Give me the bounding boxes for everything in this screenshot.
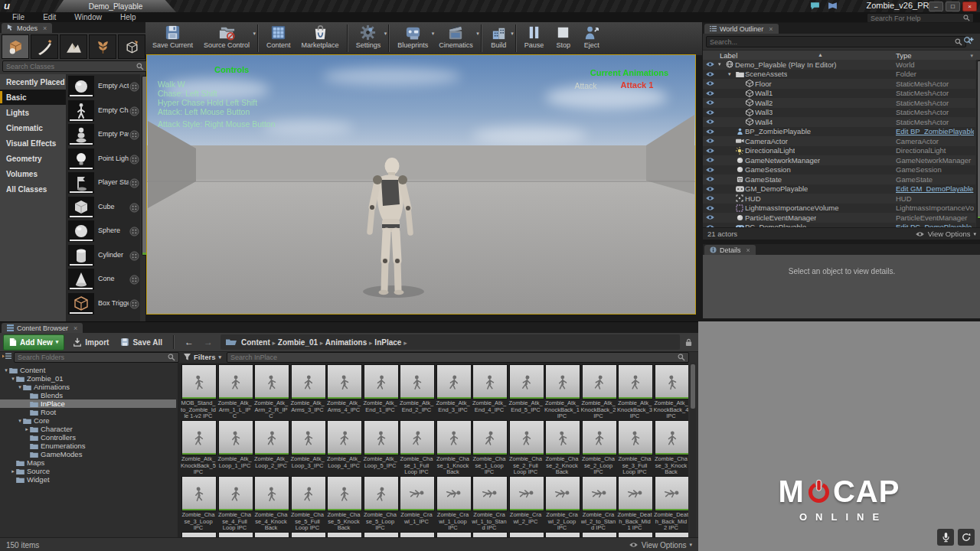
grab-handle-icon[interactable]	[129, 203, 139, 213]
grab-handle-icon[interactable]	[129, 299, 139, 309]
asset-thumbnail[interactable]	[400, 476, 435, 511]
toolbar-button-pause[interactable]: Pause	[519, 22, 550, 49]
grab-handle-icon[interactable]	[129, 106, 139, 116]
actor-label[interactable]: SceneAssets	[745, 70, 787, 78]
outliner-row-wall1[interactable]: Wall1StaticMeshActor	[703, 89, 975, 99]
asset-tile-zombie-atk-arm-2-r-ipc[interactable]: Zombie_Atk_Arm_2_R_IPC	[253, 364, 289, 420]
close-icon[interactable]: ×	[769, 25, 773, 33]
visibility-eye-icon[interactable]	[703, 138, 717, 144]
outliner-row-wall4[interactable]: Wall4StaticMeshActor	[703, 117, 975, 127]
asset-tile-zombie-atk-end-5-ipc[interactable]: Zombie_Atk_End_5_IPC	[508, 364, 544, 413]
asset-thumbnail[interactable]	[582, 364, 617, 399]
visibility-eye-icon[interactable]	[703, 61, 717, 67]
asset-thumbnail[interactable]	[545, 476, 580, 511]
modes-category-geometry[interactable]: Geometry	[0, 151, 66, 166]
placeable-thumbnail[interactable]	[68, 124, 94, 145]
folder-gamemodes[interactable]: GameModes	[0, 450, 176, 458]
asset-tile-zombie-atk-knockback-2-ipc[interactable]: Zombie_Atk_KnockBack_2 IPC	[581, 364, 616, 420]
asset-tile-zombie-chase-3-knockback[interactable]: Zombie_Chase_3_KnockBack	[654, 420, 689, 476]
visibility-eye-icon[interactable]	[703, 214, 717, 220]
toolbar-button-source-control[interactable]: ▾Source Control	[198, 22, 255, 49]
asset-thumbnail[interactable]	[218, 476, 253, 511]
back-button[interactable]: ←	[182, 337, 196, 347]
breadcrumb-animations[interactable]: Animations	[325, 338, 367, 347]
level-viewport[interactable]: Controls Walk WChase: Left ShiftHyper Ch…	[147, 55, 695, 314]
asset-tile-zombie-atk-arms-3-ipc[interactable]: Zombie_Atk_Arms_3_IPC	[290, 364, 325, 413]
asset-tile-zombie-atk-arm-1-l-ipc[interactable]: Zombie_Atk_Arm_1_L_IPC	[217, 364, 253, 420]
expander-icon[interactable]: ▸	[10, 468, 16, 474]
folder-blends[interactable]: Blends	[0, 391, 176, 399]
asset-thumbnail[interactable]	[291, 476, 326, 511]
breadcrumb-inplace[interactable]: InPlace	[374, 338, 401, 347]
asset-tile-zombie-atk-arms-4-ipc[interactable]: Zombie_Atk_Arms_4_IPC	[326, 364, 361, 413]
folder-search-input[interactable]	[18, 354, 165, 361]
menu-edit[interactable]: Edit	[43, 13, 56, 21]
modes-scrollbar[interactable]	[140, 74, 145, 321]
minimize-button[interactable]: –	[929, 2, 943, 11]
asset-tile-zombie-atk-knockback-4-ipc[interactable]: Zombie_Atk_KnockBack_4 IPC	[654, 364, 689, 420]
asset-thumbnail[interactable]	[582, 476, 617, 511]
toolbar-button-blueprints[interactable]: ▾Blueprints	[392, 22, 433, 49]
folder-enumerations[interactable]: Enumerations	[0, 442, 176, 450]
grab-handle-icon[interactable]	[129, 155, 139, 165]
menu-file[interactable]: File	[12, 13, 24, 21]
grab-handle-icon[interactable]	[129, 130, 139, 140]
actor-label[interactable]: GameState	[745, 175, 782, 184]
visibility-eye-icon[interactable]	[703, 71, 717, 77]
asset-thumbnail[interactable]	[218, 364, 253, 399]
placeable-thumbnail[interactable]	[68, 269, 94, 290]
asset-thumbnail[interactable]	[509, 364, 544, 399]
expander-icon[interactable]: ▾	[728, 71, 734, 77]
close-icon[interactable]: ×	[43, 24, 47, 32]
placeable-item-empty-actor[interactable]: Empty Actor	[66, 76, 140, 99]
lock-icon[interactable]	[685, 338, 692, 347]
visibility-eye-icon[interactable]	[703, 99, 717, 106]
placeable-thumbnail[interactable]	[68, 100, 94, 122]
outliner-row-hud[interactable]: HUDHUD	[703, 194, 975, 204]
asset-tile-zombie-atk-knockback-5-ipc[interactable]: Zombie_Atk_KnockBack_5 IPC	[181, 420, 216, 476]
forward-button[interactable]: →	[201, 337, 215, 347]
asset-tile-zombie-death-back-mid-2-ipc[interactable]: Zombie_Death_Back_Mid 2 IPC	[654, 476, 689, 532]
asset-tile-zombie-atk-end-4-ipc[interactable]: Zombie_Atk_End_4_IPC	[472, 364, 507, 413]
placeable-thumbnail[interactable]	[68, 245, 94, 266]
asset-tile-zombie-crawl-2-loop-ipc[interactable]: Zombie_Crawl_2_Loop IPC	[544, 476, 580, 532]
asset-thumbnail[interactable]	[655, 364, 689, 399]
actor-type-link[interactable]: Edit BP_ZombiePlayable	[896, 127, 974, 135]
outliner-scrollbar[interactable]	[976, 60, 980, 228]
asset-thumbnail[interactable]	[364, 364, 399, 399]
asset-thumbnail[interactable]	[618, 420, 653, 455]
asset-thumbnail[interactable]	[327, 420, 362, 455]
placeable-item-empty-character[interactable]: Empty Character	[66, 100, 140, 124]
outliner-row-demo-playable-play-in-editor[interactable]: ▾Demo_Playable (Play In Editor)World	[703, 60, 975, 70]
asset-thumbnail[interactable]	[618, 364, 653, 399]
tab-modes[interactable]: Modes ×	[2, 23, 52, 33]
placeable-thumbnail[interactable]	[68, 293, 94, 315]
actor-label[interactable]: Wall3	[755, 108, 773, 116]
toolbar-button-save-current[interactable]: Save Current	[147, 22, 198, 49]
asset-search-input[interactable]	[230, 354, 675, 361]
folder-content[interactable]: ▾Content	[0, 366, 176, 374]
content-browser-view-options[interactable]: View Options ▾	[629, 541, 692, 549]
visibility-eye-icon[interactable]	[703, 109, 717, 116]
sources-panel-toggle-icon[interactable]	[2, 353, 11, 360]
import-button[interactable]: Import	[70, 337, 112, 347]
visibility-eye-icon[interactable]	[703, 195, 717, 201]
asset-tile-zombie-chase-5-knockback[interactable]: Zombie_Chase_5_KnockBack	[326, 476, 361, 532]
outliner-search-input[interactable]	[710, 38, 952, 46]
grab-handle-icon[interactable]	[129, 178, 139, 188]
actor-type-link[interactable]: Edit GM_DemoPlayable	[896, 184, 974, 193]
asset-tile-zombie-death-back-mid-1-ipc[interactable]: Zombie_Death_Back_Mid 1 IPC	[617, 476, 652, 532]
placeable-item-sphere[interactable]: Sphere	[66, 220, 140, 244]
modes-category-all-classes[interactable]: All Classes	[0, 181, 66, 197]
outliner-row-directionallight[interactable]: DirectionalLightDirectionalLight	[703, 146, 975, 156]
asset-tile-zombie-chase-5-full-loop-ipc[interactable]: Zombie_Chase_5_Full Loop IPC	[290, 476, 325, 532]
outliner-row-wall2[interactable]: Wall2StaticMeshActor	[703, 98, 975, 108]
placeable-thumbnail[interactable]	[68, 220, 94, 242]
asset-tile-zombie-chase-1-loop-ipc[interactable]: Zombie_Chase_1_Loop IPC	[472, 420, 507, 476]
visibility-eye-icon[interactable]	[703, 186, 717, 192]
placeable-item-cylinder[interactable]: Cylinder	[66, 245, 140, 269]
toolbar-button-settings[interactable]: ▾Settings	[351, 22, 387, 49]
modes-category-basic[interactable]: Basic	[0, 90, 66, 105]
chevron-down-icon[interactable]: ▾	[253, 31, 256, 37]
asset-thumbnail[interactable]	[327, 364, 362, 399]
